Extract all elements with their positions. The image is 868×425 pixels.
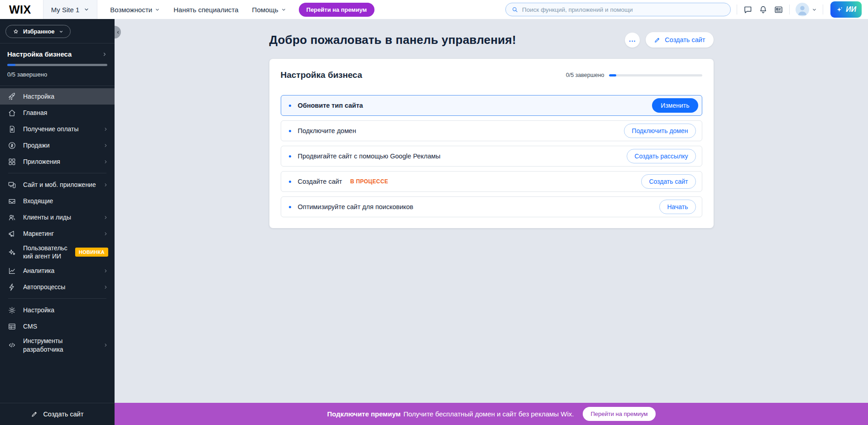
nav-item-features[interactable]: Возможности bbox=[110, 6, 160, 14]
setup-progress-fill bbox=[7, 64, 15, 66]
sidebar-item-label: Получение оплаты bbox=[23, 124, 96, 134]
sidebar-item-label: Аналитика bbox=[23, 265, 96, 276]
people-icon bbox=[8, 213, 16, 222]
chat-icon[interactable] bbox=[743, 5, 753, 14]
chevron-right-icon bbox=[103, 285, 108, 290]
task-action-button[interactable]: Изменить bbox=[652, 98, 698, 113]
sidebar-item-setup[interactable]: Настройка bbox=[0, 88, 115, 105]
sidebar-item-settings[interactable]: Настройка bbox=[0, 302, 115, 318]
sidebar-item-inbox[interactable]: Входящие bbox=[0, 193, 115, 209]
code-icon bbox=[8, 341, 16, 349]
nav-item-label: Возможности bbox=[110, 6, 152, 14]
task-row-update-site-type[interactable]: Обновите тип сайта Изменить bbox=[281, 95, 702, 116]
task-row-optimize-seo[interactable]: Оптимизируйте сайт для поисковиков Начат… bbox=[281, 196, 702, 217]
chevron-right-icon bbox=[103, 215, 108, 220]
task-action-button[interactable]: Подключить домен bbox=[624, 124, 695, 138]
promo-premium-button[interactable]: Перейти на премиум bbox=[583, 407, 655, 421]
ai-assistant-button[interactable]: ИИ bbox=[830, 1, 862, 18]
sidebar-item-sales[interactable]: Продажи bbox=[0, 137, 115, 153]
task-action-button[interactable]: Начать bbox=[659, 200, 695, 214]
task-action-button[interactable]: Создать сайт bbox=[641, 174, 695, 189]
sidebar-item-marketing[interactable]: Маркетинг bbox=[0, 225, 115, 242]
task-row-promote-site[interactable]: Продвигайте сайт с помощью Google Реклам… bbox=[281, 146, 702, 167]
chevron-down-icon bbox=[155, 7, 160, 12]
sidebar-item-dev-tools[interactable]: Инструменты разработчика bbox=[0, 334, 115, 355]
sidebar-item-home[interactable]: Главная bbox=[0, 105, 115, 121]
nav-item-label: Нанять специалиста bbox=[173, 6, 238, 14]
promo-highlight: Подключите премиум bbox=[327, 410, 400, 418]
account-menu[interactable] bbox=[796, 3, 817, 16]
sidebar-item-label: Настройка bbox=[23, 305, 108, 315]
lightning-icon bbox=[8, 283, 16, 291]
main-area: Добро пожаловать в панель управления! ..… bbox=[115, 19, 868, 403]
divider bbox=[8, 173, 106, 173]
ai-button-label: ИИ bbox=[846, 5, 856, 14]
business-setup-summary[interactable]: Настройка бизнеса 0/5 завершено bbox=[0, 43, 115, 86]
bullet-icon bbox=[289, 155, 291, 158]
sidebar-item-label: Инструменты разработчика bbox=[23, 335, 96, 354]
rocket-icon bbox=[8, 92, 16, 101]
sidebar-item-payments[interactable]: Получение оплаты bbox=[0, 121, 115, 137]
create-site-button[interactable]: Создать сайт bbox=[646, 32, 713, 48]
search-icon bbox=[511, 6, 518, 13]
task-status-badge: В ПРОЦЕССЕ bbox=[350, 178, 388, 185]
main-header: Добро пожаловать в панель управления! ..… bbox=[269, 32, 714, 48]
chevron-down-icon bbox=[281, 7, 286, 12]
chevron-right-icon bbox=[103, 143, 108, 148]
chevron-right-icon bbox=[103, 231, 108, 236]
upgrade-premium-button[interactable]: Перейти на премиум bbox=[299, 3, 375, 17]
sidebar-item-label: Главная bbox=[23, 107, 108, 118]
divider bbox=[737, 5, 737, 14]
page-title: Добро пожаловать в панель управления! bbox=[269, 33, 625, 47]
gear-icon bbox=[8, 306, 16, 315]
topbar-right: ИИ bbox=[505, 1, 868, 18]
sidebar-item-contacts-leads[interactable]: Клиенты и лиды bbox=[0, 209, 115, 225]
task-row-connect-domain[interactable]: Подключите домен Подключить домен bbox=[281, 120, 702, 141]
sidebar-menu: Настройка Главная Получение оплаты Прода… bbox=[0, 86, 115, 356]
pencil-icon bbox=[31, 411, 38, 418]
chevron-right-icon bbox=[103, 182, 108, 187]
news-feed-icon[interactable] bbox=[774, 5, 783, 14]
star-icon bbox=[13, 29, 19, 35]
chevron-right-icon bbox=[103, 159, 108, 164]
sidebar-item-automations[interactable]: Автопроцессы bbox=[0, 279, 115, 295]
site-menu-label: My Site 1 bbox=[51, 6, 80, 14]
sidebar-item-site-mobile-app[interactable]: Сайт и моб. приложение bbox=[0, 177, 115, 193]
new-badge: НОВИНКА bbox=[75, 248, 108, 257]
card-title: Настройка бизнеса bbox=[281, 70, 566, 80]
sidebar-item-cms[interactable]: CMS bbox=[0, 318, 115, 334]
sidebar-create-site-label: Создать сайт bbox=[43, 411, 83, 418]
divider bbox=[789, 5, 790, 14]
search-input[interactable] bbox=[522, 6, 725, 13]
sidebar-create-site-button[interactable]: Создать сайт bbox=[0, 403, 115, 425]
task-label: Продвигайте сайт с помощью Google Реклам… bbox=[298, 153, 441, 160]
avatar bbox=[796, 3, 809, 16]
sidebar-item-label: Автопроцессы bbox=[23, 282, 96, 292]
home-icon bbox=[8, 109, 16, 117]
notifications-bell-icon[interactable] bbox=[758, 5, 768, 14]
sidebar-item-analytics[interactable]: Аналитика bbox=[0, 263, 115, 279]
more-options-button[interactable]: ... bbox=[625, 33, 640, 48]
sidebar-item-label: Приложения bbox=[23, 156, 96, 167]
bullet-icon bbox=[289, 130, 291, 132]
devices-icon bbox=[8, 181, 16, 189]
search-bar[interactable] bbox=[505, 3, 731, 16]
apps-grid-icon bbox=[8, 158, 16, 166]
sidebar-item-apps[interactable]: Приложения bbox=[0, 153, 115, 170]
nav-item-hire-specialist[interactable]: Нанять специалиста bbox=[173, 6, 238, 14]
task-action-button[interactable]: Создать рассылку bbox=[627, 149, 695, 163]
bullet-icon bbox=[289, 206, 291, 208]
task-label: Оптимизируйте сайт для поисковиков bbox=[298, 203, 413, 210]
chevron-right-icon bbox=[103, 268, 108, 273]
task-row-create-site[interactable]: Создайте сайт В ПРОЦЕССЕ Создать сайт bbox=[281, 171, 702, 192]
dollar-circle-icon bbox=[8, 141, 16, 150]
sidebar-item-label: Пользовательский агент ИИ bbox=[23, 243, 67, 262]
invoice-icon bbox=[8, 125, 16, 134]
sidebar-item-ai-agent[interactable]: Пользовательский агент ИИ НОВИНКА bbox=[0, 242, 115, 263]
site-menu[interactable]: My Site 1 bbox=[43, 0, 98, 19]
sidebar-item-label: CMS bbox=[23, 321, 108, 332]
task-label: Подключите домен bbox=[298, 127, 356, 134]
nav-item-help[interactable]: Помощь bbox=[252, 6, 286, 14]
megaphone-icon bbox=[8, 229, 16, 238]
favorites-dropdown[interactable]: Избранное bbox=[5, 25, 71, 38]
